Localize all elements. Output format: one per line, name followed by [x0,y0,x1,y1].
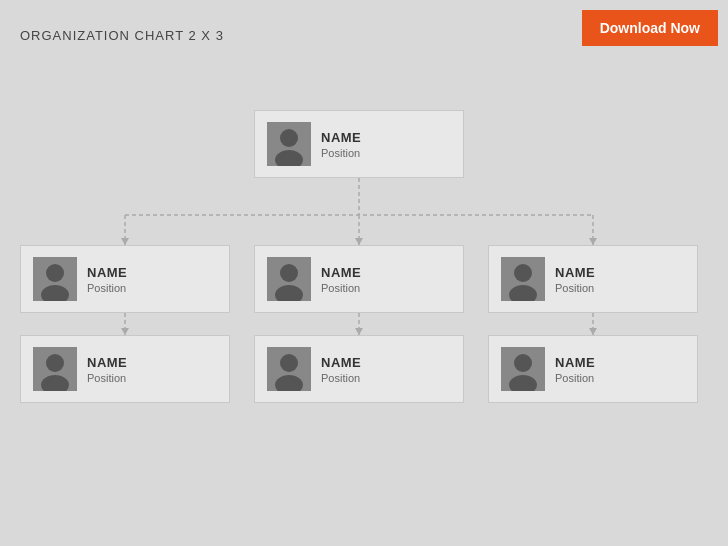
card-r2-right: NAME Position [488,335,698,403]
svg-marker-11 [355,328,363,335]
svg-marker-6 [355,238,363,245]
avatar-r1-center [267,257,311,301]
svg-point-21 [280,264,298,282]
card-top-name: NAME [321,130,361,145]
svg-point-30 [280,354,298,372]
card-r2-right-position: Position [555,372,595,384]
card-r1-left: NAME Position [20,245,230,313]
chart-title: ORGANIZATION CHART 2 x 3 [20,28,224,43]
card-r2-center-name: NAME [321,355,361,370]
card-r1-left-name: NAME [87,265,127,280]
svg-point-33 [514,354,532,372]
card-r2-left: NAME Position [20,335,230,403]
svg-marker-5 [121,238,129,245]
card-r2-left-name: NAME [87,355,127,370]
svg-marker-13 [589,328,597,335]
org-chart: NAME Position NAME Position NAME [0,80,728,546]
card-r1-center-position: Position [321,282,361,294]
card-r1-left-position: Position [87,282,127,294]
svg-point-15 [280,129,298,147]
card-r1-right-position: Position [555,282,595,294]
card-r2-center-position: Position [321,372,361,384]
svg-point-27 [46,354,64,372]
avatar-r2-right [501,347,545,391]
card-r1-center: NAME Position [254,245,464,313]
avatar-r2-center [267,347,311,391]
card-r2-right-name: NAME [555,355,595,370]
svg-marker-9 [121,328,129,335]
card-r1-center-name: NAME [321,265,361,280]
avatar-r2-left [33,347,77,391]
svg-marker-7 [589,238,597,245]
card-r2-left-position: Position [87,372,127,384]
avatar-r1-right [501,257,545,301]
download-button[interactable]: Download Now [582,10,718,46]
avatar-top [267,122,311,166]
avatar-r1-left [33,257,77,301]
card-top-position: Position [321,147,361,159]
card-r1-right-name: NAME [555,265,595,280]
svg-point-18 [46,264,64,282]
card-top: NAME Position [254,110,464,178]
card-r1-right: NAME Position [488,245,698,313]
svg-point-24 [514,264,532,282]
card-r2-center: NAME Position [254,335,464,403]
